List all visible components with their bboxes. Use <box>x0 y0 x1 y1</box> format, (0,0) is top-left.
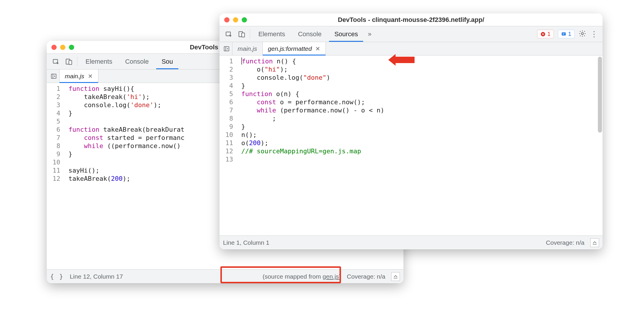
svg-rect-3 <box>51 74 56 78</box>
divider <box>77 57 77 66</box>
titlebar[interactable]: DevTools - clinquant-mousse-2f2396.netli… <box>220 13 603 26</box>
code-content[interactable]: function n() { o("hi"); console.log("don… <box>237 55 389 235</box>
file-tab-label: main.js <box>65 73 84 80</box>
line-gutter: 12345678910111213 <box>220 55 237 235</box>
coverage-info: Coverage: n/a <box>546 239 584 246</box>
toolbar-right: 1 1 ⋮ <box>537 26 600 42</box>
info-icon <box>561 32 566 37</box>
cursor-position: Line 1, Column 1 <box>223 239 269 246</box>
annotation-arrow-icon <box>387 50 416 71</box>
close-icon[interactable]: ✕ <box>315 45 320 52</box>
panel-tabs: Elements Console Sou <box>79 54 180 69</box>
sources-editor[interactable]: 12345678910111213 function n() { o("hi")… <box>220 55 603 235</box>
panel-tabs: Elements Console Sources » <box>252 26 375 42</box>
devtools-toolbar: Elements Console Sources » 1 1 ⋮ <box>220 26 603 42</box>
file-tab-gen-js-formatted[interactable]: gen.js:formatted ✕ <box>263 42 326 55</box>
device-toolbar-icon[interactable] <box>62 54 75 69</box>
minimize-window-icon[interactable] <box>233 17 238 22</box>
divider <box>250 29 250 39</box>
statusbar: Line 1, Column 1 Coverage: n/a <box>220 235 603 249</box>
error-count-badge[interactable]: 1 <box>537 30 554 38</box>
navigator-toggle-icon[interactable] <box>221 42 232 55</box>
cursor-position: Line 12, Column 17 <box>70 273 123 280</box>
tab-console[interactable]: Console <box>292 26 328 42</box>
svg-rect-8 <box>242 33 245 37</box>
maximize-window-icon[interactable] <box>242 17 247 22</box>
inspect-element-icon[interactable] <box>50 54 62 69</box>
tab-sources[interactable]: Sou <box>155 54 179 69</box>
file-tab-main-js[interactable]: main.js ✕ <box>60 70 98 83</box>
scrollbar-thumb[interactable] <box>598 57 602 133</box>
kebab-menu-icon[interactable]: ⋮ <box>590 30 598 38</box>
traffic-lights[interactable] <box>51 45 74 50</box>
svg-rect-2 <box>69 60 72 64</box>
coverage-info: Coverage: n/a <box>347 273 385 280</box>
pretty-print-icon[interactable]: { } <box>50 273 64 280</box>
show-drawer-icon[interactable] <box>391 272 400 281</box>
maximize-window-icon[interactable] <box>69 45 74 50</box>
inspect-element-icon[interactable] <box>222 26 235 42</box>
close-window-icon[interactable] <box>224 17 229 22</box>
window-title: DevTools - clinquant-mousse-2f2396.netli… <box>220 16 603 24</box>
svg-rect-14 <box>224 46 229 51</box>
minimize-window-icon[interactable] <box>60 45 65 50</box>
file-tab-label: main.js <box>238 45 257 52</box>
svg-rect-10 <box>562 32 566 36</box>
close-icon[interactable]: ✕ <box>88 73 93 80</box>
code-content[interactable]: function sayHi(){ takeABreak('hi'); cons… <box>64 83 189 269</box>
devtools-window-front: DevTools - clinquant-mousse-2f2396.netli… <box>220 13 603 249</box>
settings-icon[interactable] <box>579 30 586 39</box>
tab-console[interactable]: Console <box>119 54 155 69</box>
tab-more[interactable]: » <box>364 26 375 42</box>
file-tab-label: gen.js:formatted <box>268 45 312 52</box>
file-tab-main-js[interactable]: main.js <box>232 42 263 55</box>
svg-rect-17 <box>396 57 415 63</box>
device-toolbar-icon[interactable] <box>235 26 248 42</box>
navigator-toggle-icon[interactable] <box>48 70 60 83</box>
svg-point-13 <box>582 32 584 34</box>
error-icon <box>540 32 546 37</box>
tab-elements[interactable]: Elements <box>79 54 119 69</box>
tab-sources[interactable]: Sources <box>328 26 364 42</box>
tab-elements[interactable]: Elements <box>252 26 292 42</box>
annotation-highlight-box <box>220 266 341 283</box>
show-drawer-icon[interactable] <box>590 238 599 247</box>
traffic-lights[interactable] <box>224 17 247 22</box>
issues-count-badge[interactable]: 1 <box>558 30 575 38</box>
line-gutter: 123456789101112 <box>47 83 64 269</box>
close-window-icon[interactable] <box>51 45 57 50</box>
